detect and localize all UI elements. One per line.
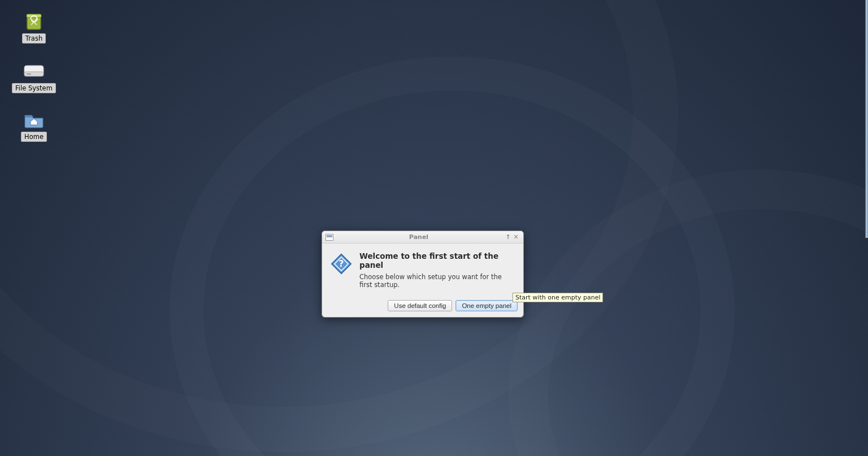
desktop-icon-label: Home — [21, 132, 47, 142]
svg-text:?: ? — [338, 258, 344, 269]
dialog-title: Panel — [333, 233, 504, 241]
use-default-config-button[interactable]: Use default config — [388, 300, 452, 311]
dialog-message: Choose below which setup you want for th… — [359, 273, 514, 289]
trash-icon — [23, 11, 45, 32]
desktop-icon-label: Trash — [22, 33, 46, 44]
scrollbar-track[interactable] — [865, 0, 868, 238]
window-menu-icon[interactable] — [326, 234, 333, 241]
window-close-icon[interactable]: ✕ — [512, 234, 520, 240]
desktop-icon-home[interactable]: Home — [11, 110, 57, 142]
window-minimize-icon[interactable]: ↑ — [504, 234, 512, 240]
panel-first-start-dialog: Panel ↑ ✕ ? Welcome to the first start o… — [322, 231, 524, 318]
desktop-icon-filesystem[interactable]: File System — [11, 61, 57, 93]
question-icon: ? — [330, 251, 353, 289]
drive-icon — [23, 61, 45, 81]
dialog-heading: Welcome to the first start of the panel — [359, 251, 514, 270]
svg-rect-5 — [27, 73, 31, 75]
desktop-icon-trash[interactable]: Trash — [11, 11, 57, 44]
tooltip: Start with one empty panel — [513, 293, 603, 302]
desktop-icon-label: File System — [12, 83, 56, 93]
one-empty-panel-button[interactable]: One empty panel — [455, 300, 518, 311]
home-folder-icon — [23, 110, 45, 130]
dialog-titlebar[interactable]: Panel ↑ ✕ — [322, 231, 523, 244]
